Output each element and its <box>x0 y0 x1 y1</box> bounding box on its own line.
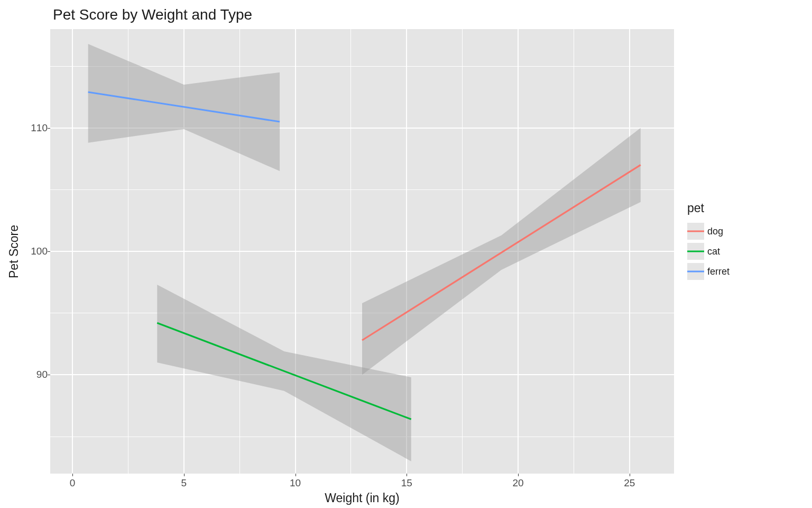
x-tick-label: 10 <box>290 477 301 489</box>
fit-line-dog <box>362 165 641 340</box>
x-tick-label: 15 <box>401 477 412 489</box>
x-tick-mark <box>72 474 73 476</box>
legend-item-dog: dog <box>687 223 793 240</box>
x-tick-mark <box>630 474 630 476</box>
x-axis-label: Weight (in kg) <box>50 491 674 505</box>
y-tick-label: 100 <box>29 246 48 257</box>
y-tick-mark <box>48 375 50 375</box>
x-tick-mark <box>184 474 184 476</box>
x-tick-label: 20 <box>512 477 523 489</box>
y-tick-label: 90 <box>29 369 48 380</box>
plot-panel <box>50 29 674 474</box>
legend-label: dog <box>707 226 723 237</box>
chart-title: Pet Score by Weight and Type <box>53 6 252 23</box>
legend-label: cat <box>707 246 720 257</box>
y-tick-label: 110 <box>29 122 48 134</box>
legend-title: pet <box>687 201 793 215</box>
legend: pet dogcatferret <box>687 201 793 283</box>
legend-item-cat: cat <box>687 243 793 260</box>
plot-svg <box>50 29 674 474</box>
x-tick-label: 0 <box>70 477 76 489</box>
legend-label: ferret <box>707 266 730 277</box>
x-tick-mark <box>518 474 519 476</box>
x-tick-label: 5 <box>181 477 187 489</box>
y-axis-label: Pet Score <box>6 29 21 474</box>
legend-item-ferret: ferret <box>687 263 793 280</box>
x-tick-label: 25 <box>624 477 635 489</box>
legend-swatch <box>687 243 704 260</box>
y-tick-mark <box>48 128 50 129</box>
legend-swatch <box>687 223 704 240</box>
x-tick-mark <box>407 474 407 476</box>
x-tick-mark <box>296 474 296 476</box>
legend-swatch <box>687 263 704 280</box>
chart-container: Pet Score by Weight and Type Pet Score W… <box>0 0 812 508</box>
confidence-ribbon-dog <box>362 128 641 375</box>
y-tick-mark <box>48 251 50 252</box>
